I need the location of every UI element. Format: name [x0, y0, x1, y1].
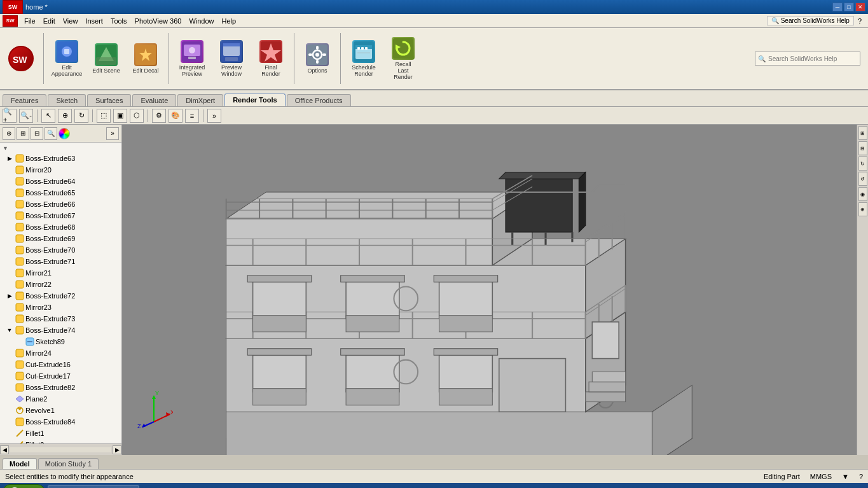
- edit-decal-button[interactable]: Edit Decal: [127, 33, 165, 84]
- select-tool[interactable]: ↖: [41, 109, 55, 123]
- vp-btn-4[interactable]: ↺: [858, 172, 867, 186]
- tree-item-plane2[interactable]: Plane2: [0, 393, 121, 405]
- tree-item-cut16[interactable]: Cut-Extrude16: [0, 359, 121, 370]
- render-options-1[interactable]: ⚙: [152, 109, 166, 123]
- rotate-tool[interactable]: ↻: [74, 109, 88, 123]
- svg-rect-40: [16, 212, 24, 220]
- search-input[interactable]: [768, 55, 857, 62]
- tree-item-boss68[interactable]: Boss-Extrude68: [0, 221, 121, 233]
- tab-model[interactable]: Model: [3, 458, 37, 469]
- tree-item-sketch89[interactable]: Sketch89: [0, 336, 121, 347]
- edit-appearance-button[interactable]: Edit Appearance: [48, 33, 86, 84]
- sidebar-expand-btn[interactable]: ⊞: [17, 127, 29, 140]
- tab-sketch[interactable]: Sketch: [48, 94, 86, 106]
- taskbar-solidworks[interactable]: SW SOLIDWORKS - home *: [48, 485, 139, 488]
- menu-view[interactable]: View: [59, 16, 82, 26]
- view-tool-1[interactable]: ⬚: [97, 109, 111, 123]
- preview-window-button[interactable]: Preview Window: [212, 33, 251, 84]
- vp-btn-5[interactable]: ◉: [858, 187, 867, 201]
- tab-motion-study[interactable]: Motion Study 1: [38, 458, 99, 469]
- menu-photoview[interactable]: PhotoView 360: [131, 16, 186, 26]
- start-button[interactable]: ⊞ Start: [3, 484, 45, 488]
- recall-last-render-button[interactable]: Recall Last Render: [384, 33, 422, 84]
- more-options[interactable]: »: [207, 109, 221, 123]
- tree-item-fillet2[interactable]: Fillet2: [0, 439, 121, 443]
- tree-item-cut17[interactable]: Cut-Extrude17: [0, 370, 121, 382]
- sidebar-hscroll[interactable]: ◀ ▶: [0, 443, 121, 455]
- hscroll-right[interactable]: ▶: [113, 445, 121, 454]
- help-icon[interactable]: ?: [859, 473, 863, 480]
- tree-item-boss67[interactable]: Boss-Extrude67: [0, 210, 121, 221]
- tab-evaluate[interactable]: Evaluate: [132, 94, 176, 106]
- svg-rect-152: [592, 372, 625, 382]
- menu-help[interactable]: Help: [218, 16, 240, 26]
- color-wheel-btn[interactable]: 🎨: [169, 109, 183, 123]
- tree-item-boss84[interactable]: Boss-Extrude84: [0, 416, 121, 428]
- tab-features[interactable]: Features: [3, 94, 46, 106]
- menu-question[interactable]: ?: [854, 16, 865, 26]
- maximize-button[interactable]: □: [844, 3, 854, 11]
- tree-item-mirror23[interactable]: Mirror23: [0, 302, 121, 313]
- tree-item-boss71[interactable]: Boss-Extrude71: [0, 256, 121, 267]
- taskbar: ⊞ Start SW SOLIDWORKS - home * ▲ ♪ █ 📶 8…: [0, 483, 868, 488]
- sidebar-expand-collapse[interactable]: »: [106, 127, 119, 140]
- tree-item-mirror24[interactable]: Mirror24: [0, 347, 121, 359]
- view-tool-2[interactable]: ▣: [113, 109, 127, 123]
- cut17-label: Cut-Extrude17: [25, 372, 71, 380]
- final-render-button[interactable]: Final Render: [252, 33, 290, 84]
- svg-marker-87: [499, 172, 586, 179]
- sidebar-filter-btn[interactable]: ⊛: [3, 127, 15, 140]
- filter-tool[interactable]: ⊕: [58, 109, 72, 123]
- menu-file[interactable]: File: [20, 16, 39, 26]
- revolve1-spacer: [5, 406, 14, 415]
- vp-btn-3[interactable]: ↻: [858, 157, 867, 171]
- tree-item-boss65[interactable]: Boss-Extrude65: [0, 187, 121, 199]
- search-box[interactable]: 🔍: [755, 52, 860, 66]
- tree-item-fillet1[interactable]: Fillet1: [0, 428, 121, 439]
- integrated-preview-button[interactable]: Integrated Preview: [173, 33, 211, 84]
- vp-btn-2[interactable]: ⊟: [858, 141, 867, 155]
- menu-window[interactable]: Window: [185, 16, 217, 26]
- tree-item-boss70[interactable]: Boss-Extrude70: [0, 244, 121, 256]
- boss69-label: Boss-Extrude69: [25, 235, 75, 242]
- tab-surfaces[interactable]: Surfaces: [87, 94, 131, 106]
- tree-item-boss63[interactable]: ▶ Boss-Extrude63: [0, 153, 121, 164]
- settings-btn[interactable]: ≡: [185, 109, 199, 123]
- sidebar-collapse-btn[interactable]: ⊟: [31, 127, 43, 140]
- units-dropdown[interactable]: ▼: [842, 473, 849, 480]
- tree-item-mirror22[interactable]: Mirror22: [0, 279, 121, 290]
- tree-item-boss72[interactable]: ▶ Boss-Extrude72: [0, 290, 121, 302]
- sidebar-search-btn[interactable]: 🔍: [45, 127, 57, 140]
- zoom-in-button[interactable]: 🔍+: [3, 109, 17, 123]
- hscroll-left[interactable]: ◀: [0, 445, 9, 454]
- tree-item-boss74[interactable]: ▼ Boss-Extrude74: [0, 324, 121, 336]
- options-button[interactable]: Options: [298, 33, 336, 84]
- viewport[interactable]: Y X Z ⊞ ⊟ ↻ ↺ ◉ ⊕: [122, 125, 868, 455]
- svg-rect-47: [16, 292, 24, 300]
- vp-btn-1[interactable]: ⊞: [858, 126, 867, 140]
- tree-item-boss69[interactable]: Boss-Extrude69: [0, 233, 121, 244]
- tree-item-revolve1[interactable]: Revolve1: [0, 405, 121, 416]
- menu-insert[interactable]: Insert: [81, 16, 107, 26]
- tree-item-boss66[interactable]: Boss-Extrude66: [0, 199, 121, 210]
- menu-tools[interactable]: Tools: [107, 16, 131, 26]
- tree-item-mirror21[interactable]: Mirror21: [0, 267, 121, 279]
- tab-render-tools[interactable]: Render Tools: [224, 94, 285, 106]
- minimize-button[interactable]: ─: [832, 3, 843, 11]
- vp-btn-6[interactable]: ⊕: [858, 202, 867, 216]
- view-tool-3[interactable]: ⬡: [130, 109, 144, 123]
- edit-scene-button[interactable]: Edit Scene: [87, 33, 125, 84]
- tab-office-products[interactable]: Office Products: [287, 94, 351, 106]
- sidebar-color-btn[interactable]: [59, 128, 70, 139]
- svg-rect-62: [226, 412, 652, 455]
- schedule-render-button[interactable]: Schedule Render: [345, 33, 383, 84]
- tree-item-boss64[interactable]: Boss-Extrude64: [0, 176, 121, 187]
- zoom-out-button[interactable]: 🔍-: [19, 109, 33, 123]
- tab-dimxpert[interactable]: DimXpert: [177, 94, 223, 106]
- tree-item-boss82[interactable]: Boss-Extrude82: [0, 382, 121, 393]
- tree-item-boss73[interactable]: Boss-Extrude73: [0, 313, 121, 324]
- menu-edit[interactable]: Edit: [39, 16, 59, 26]
- tree-item-mirror20[interactable]: Mirror20: [0, 164, 121, 176]
- search-help[interactable]: 🔍 Search SolidWorks Help: [767, 16, 854, 25]
- close-button[interactable]: ✕: [855, 3, 865, 11]
